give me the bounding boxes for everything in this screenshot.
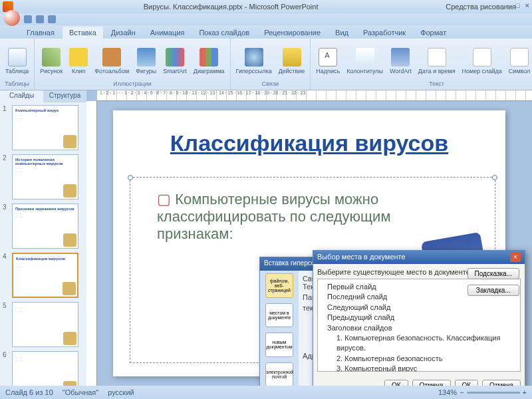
chart-button[interactable]: Диаграмма xyxy=(192,47,226,76)
table-button[interactable]: Таблица xyxy=(4,47,30,76)
horizontal-ruler: 1 · 2 · 1 · · · 1 · 2 · 3 · 4 · 5 · 6 · … xyxy=(97,90,532,101)
panel-tab-outline[interactable]: Структура xyxy=(43,90,86,102)
office-button[interactable] xyxy=(4,10,20,26)
wordart-icon xyxy=(391,48,410,66)
thumbnail-5[interactable]: 5· · · · ·· · · · · xyxy=(3,302,84,347)
chart-icon xyxy=(200,48,218,66)
qat-redo-icon[interactable] xyxy=(48,15,56,23)
tip-button[interactable]: Подсказка... xyxy=(467,268,519,279)
panel-tab-slides[interactable]: Слайды xyxy=(0,90,43,102)
group-label: Связи xyxy=(262,80,279,87)
theme-name: "Обычная" xyxy=(63,388,98,396)
ribbon: Таблица Таблицы Рисунок Клип Фотоальбом … xyxy=(0,39,532,90)
slide-editor: 1 · 2 · 1 · · · 1 · 2 · 3 · 4 · 5 · 6 · … xyxy=(86,90,532,386)
qat-save-icon[interactable] xyxy=(24,15,32,23)
album-icon xyxy=(102,48,121,66)
link-to-file[interactable]: файлом, веб-страницей xyxy=(265,273,293,298)
link-to-new[interactable]: новым документом xyxy=(265,332,293,357)
tab-insert[interactable]: Вставка xyxy=(63,27,103,39)
dialog-title: Выбор места в документе xyxy=(317,253,406,262)
tree-next-slide[interactable]: Следующий слайд xyxy=(321,303,517,313)
tree-slide-item[interactable]: 2. Компьютерная безопасность xyxy=(321,354,517,364)
tree-slide-item[interactable]: 3. Компьютерный вирус xyxy=(321,364,517,372)
clip-icon xyxy=(69,48,88,66)
clip-button[interactable]: Клип xyxy=(68,47,89,76)
zoom-in-icon[interactable]: + xyxy=(523,388,527,396)
close-button[interactable]: × xyxy=(525,1,529,9)
thumbnail-4[interactable]: 4Классификация вирусов· · · · ·· · · · · xyxy=(3,253,84,298)
tab-review[interactable]: Рецензирование xyxy=(257,27,327,39)
status-bar: Слайд 6 из 10 "Обычная" русский 134% − + xyxy=(0,386,532,399)
group-links: Гиперссылка Действие Связи xyxy=(231,39,311,90)
slide-title[interactable]: Классификация вирусов xyxy=(113,110,505,163)
group-label: Текст xyxy=(429,80,444,87)
slide-number-button[interactable]: Номер слайда xyxy=(461,47,503,76)
thumbnail-3[interactable]: 3Признаки заражения вирусом· · · · ·· · … xyxy=(3,203,84,249)
tab-format[interactable]: Формат xyxy=(414,27,453,39)
symbol-button[interactable]: Символ xyxy=(507,47,531,76)
dialog-header[interactable]: Выбор места в документе × xyxy=(313,251,525,264)
maximize-button[interactable]: □ xyxy=(515,1,520,9)
thumbnail-list: 1Компьютерный вирус· · · · ·· · · · ·2Ис… xyxy=(0,102,86,386)
dialog-close-icon[interactable]: × xyxy=(510,253,521,262)
bookmark-button[interactable]: Закладка... xyxy=(467,285,519,296)
link-to-email[interactable]: электронной почтой xyxy=(265,362,293,386)
action-button[interactable]: Действие xyxy=(277,47,307,76)
smartart-button[interactable]: SmartArt xyxy=(162,47,188,76)
language-indicator[interactable]: русский xyxy=(108,388,134,396)
slide-position: Слайд 6 из 10 xyxy=(5,388,53,396)
group-label: Таблицы xyxy=(5,80,29,87)
smartart-icon xyxy=(166,48,184,66)
group-label: Иллюстрации xyxy=(113,80,152,87)
header-footer-button[interactable]: Колонтитулы xyxy=(345,47,384,76)
thumbnail-6[interactable]: 6· · · · ·· · · · · xyxy=(3,351,84,386)
zoom-slider[interactable] xyxy=(467,392,520,394)
zoom-value[interactable]: 134% xyxy=(438,388,457,396)
group-text: Надпись Колонтитулы WordArt Дата и время… xyxy=(311,39,532,90)
wordart-button[interactable]: WordArt xyxy=(388,47,413,76)
qat-undo-icon[interactable] xyxy=(36,15,44,23)
action-icon xyxy=(283,48,301,66)
quick-access-toolbar xyxy=(0,13,532,25)
group-tables: Таблица Таблицы xyxy=(0,39,35,90)
tree-slide-item[interactable]: 1. Компьютерная безопасность. Классифика… xyxy=(321,333,517,354)
album-button[interactable]: Фотоальбом xyxy=(93,47,130,76)
textbox-icon xyxy=(319,48,337,66)
link-to-place[interactable]: местом в документе xyxy=(265,303,293,328)
tab-animation[interactable]: Анимация xyxy=(144,27,192,39)
ok-button-inner[interactable]: ОК xyxy=(384,380,408,386)
date-button[interactable]: Дата и время xyxy=(417,47,457,76)
shapes-button[interactable]: Фигуры xyxy=(134,47,158,76)
picture-icon xyxy=(42,48,61,66)
workspace: Слайды Структура 1Компьютерный вирус· · … xyxy=(0,90,532,386)
shapes-icon xyxy=(137,48,156,66)
zoom-out-icon[interactable]: − xyxy=(460,388,464,396)
group-illustrations: Рисунок Клип Фотоальбом Фигуры SmartArt … xyxy=(35,39,230,90)
tab-slideshow[interactable]: Показ слайдов xyxy=(192,27,256,39)
date-icon xyxy=(428,48,446,66)
cancel-button-inner[interactable]: Отмена xyxy=(412,380,451,386)
tree-headers[interactable]: Заголовки слайдов xyxy=(321,323,517,333)
textbox-button[interactable]: Надпись xyxy=(315,47,341,76)
header-icon xyxy=(356,48,374,66)
ok-button[interactable]: ОК xyxy=(455,380,479,386)
table-icon xyxy=(8,48,27,66)
thumbnail-1[interactable]: 1Компьютерный вирус· · · · ·· · · · · xyxy=(3,105,84,150)
hyperlink-icon xyxy=(245,48,263,66)
tab-home[interactable]: Главная xyxy=(20,27,61,39)
hyperlink-button[interactable]: Гиперссылка xyxy=(235,47,273,76)
thumbnail-2[interactable]: 2История появления компьютерных вирусов·… xyxy=(3,154,84,200)
minimize-button[interactable]: – xyxy=(506,1,510,9)
tab-developer[interactable]: Разработчик xyxy=(356,27,412,39)
tab-design[interactable]: Дизайн xyxy=(104,27,142,39)
tree-prev-slide[interactable]: Предыдущий слайд xyxy=(321,313,517,323)
picture-button[interactable]: Рисунок xyxy=(39,47,64,76)
ribbon-tabs: Главная Вставка Дизайн Анимация Показ сл… xyxy=(0,25,532,39)
tab-view[interactable]: Вид xyxy=(329,27,355,39)
vertical-ruler xyxy=(86,101,97,386)
cancel-button[interactable]: Отмена xyxy=(482,380,521,386)
place-in-document-dialog: Выбор места в документе × Выберите сущес… xyxy=(313,250,525,386)
window-title: Вирусы. Классификация.pptx - Microsoft P… xyxy=(16,3,446,11)
number-icon xyxy=(473,48,491,66)
title-bar: Вирусы. Классификация.pptx - Microsoft P… xyxy=(0,0,532,13)
